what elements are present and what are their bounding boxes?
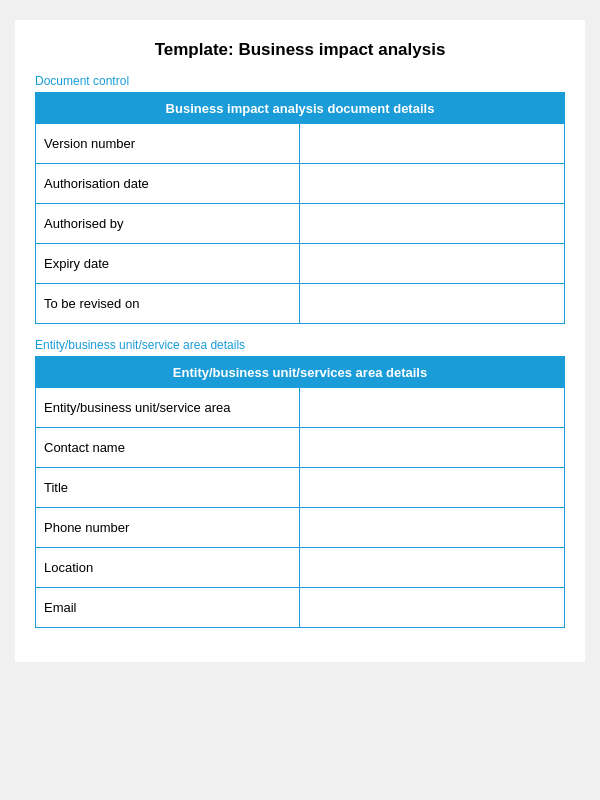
page-title: Template: Business impact analysis	[35, 40, 565, 60]
cell-label: Phone number	[36, 508, 300, 547]
table-row: Entity/business unit/service area	[36, 388, 564, 427]
table-row: Email	[36, 587, 564, 627]
table-row: Expiry date	[36, 243, 564, 283]
section1-label: Document control	[35, 74, 565, 88]
table-row: Contact name	[36, 427, 564, 467]
cell-value	[300, 468, 564, 507]
cell-value	[300, 548, 564, 587]
table-row: Version number	[36, 124, 564, 163]
cell-value	[300, 388, 564, 427]
cell-label: Location	[36, 548, 300, 587]
cell-label: Contact name	[36, 428, 300, 467]
table-row: Title	[36, 467, 564, 507]
cell-value	[300, 508, 564, 547]
cell-label: Expiry date	[36, 244, 300, 283]
cell-label: Authorised by	[36, 204, 300, 243]
table-row: Phone number	[36, 507, 564, 547]
table-row: Authorisation date	[36, 163, 564, 203]
cell-value	[300, 428, 564, 467]
cell-label: Email	[36, 588, 300, 627]
table-row: Location	[36, 547, 564, 587]
section2-label: Entity/business unit/service area detail…	[35, 338, 565, 352]
cell-label: Authorisation date	[36, 164, 300, 203]
section1-table: Business impact analysis document detail…	[35, 92, 565, 324]
cell-label: Entity/business unit/service area	[36, 388, 300, 427]
table-row: Authorised by	[36, 203, 564, 243]
table-row: To be revised on	[36, 283, 564, 323]
cell-value	[300, 284, 564, 323]
cell-value	[300, 124, 564, 163]
cell-label: To be revised on	[36, 284, 300, 323]
section2-table: Entity/business unit/services area detai…	[35, 356, 565, 628]
section2-table-header: Entity/business unit/services area detai…	[36, 357, 564, 388]
cell-value	[300, 204, 564, 243]
cell-label: Version number	[36, 124, 300, 163]
cell-label: Title	[36, 468, 300, 507]
cell-value	[300, 244, 564, 283]
page-container: Template: Business impact analysis Docum…	[15, 20, 585, 662]
cell-value	[300, 164, 564, 203]
section1-table-header: Business impact analysis document detail…	[36, 93, 564, 124]
cell-value	[300, 588, 564, 627]
